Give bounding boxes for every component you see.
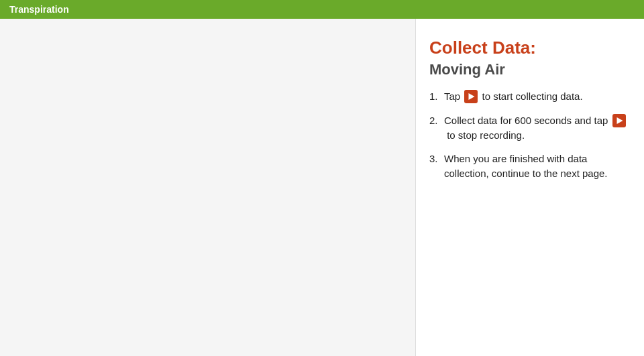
page-title: Transpiration: [9, 4, 69, 15]
collect-data-title: Collect Data:: [429, 38, 631, 58]
play-icon-1[interactable]: [464, 90, 478, 103]
list-text-1: Tap to start collecting data.: [444, 89, 631, 104]
instruction-1-text-before: Tap: [444, 89, 463, 104]
list-number-3: 3.: [429, 152, 444, 166]
list-number-2: 2.: [429, 113, 444, 128]
play-icon-2[interactable]: [612, 114, 626, 127]
moving-air-title: Moving Air: [429, 61, 631, 78]
list-number-1: 1.: [429, 89, 444, 104]
instructions-list: 1. Tap to start collecting data. 2. Coll…: [429, 89, 631, 181]
main-content: Collect Data: Moving Air 1. Tap to start…: [0, 19, 644, 356]
left-panel: [0, 19, 416, 356]
list-item: 2. Collect data for 600 seconds and tap …: [429, 113, 631, 143]
header-bar: Transpiration: [0, 0, 644, 19]
instruction-2-text-before: Collect data for 600 seconds and tap: [444, 113, 611, 128]
list-item: 3. When you are finished with data colle…: [429, 152, 631, 181]
list-text-3: When you are finished with data collecti…: [444, 152, 631, 181]
list-item: 1. Tap to start collecting data.: [429, 89, 631, 104]
instruction-1-text-after: to start collecting data.: [479, 89, 582, 104]
right-panel: Collect Data: Moving Air 1. Tap to start…: [416, 19, 644, 356]
list-text-2: Collect data for 600 seconds and tap to …: [444, 113, 631, 143]
instruction-2-text-after: to stop recording.: [444, 128, 525, 143]
